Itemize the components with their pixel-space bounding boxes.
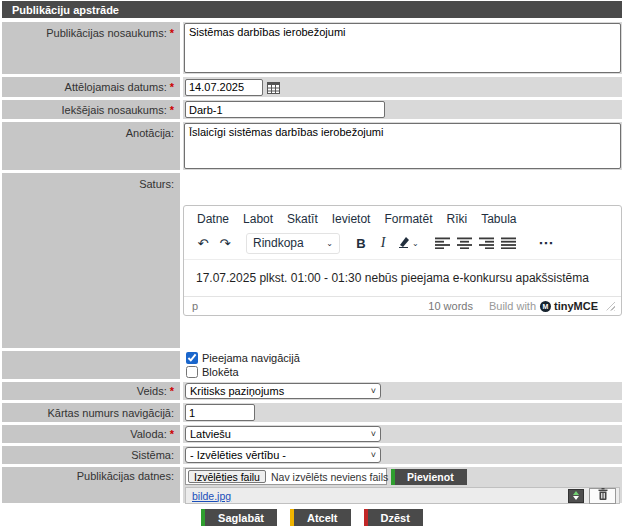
cancel-button[interactable]: Atcelt [290, 509, 351, 526]
gold-accent-stripe [290, 509, 294, 526]
align-right-icon[interactable] [477, 232, 497, 254]
publication-files-label: Publikācijas datnes: [2, 467, 180, 503]
internal-name-input[interactable] [185, 101, 385, 118]
required-marker: * [170, 81, 174, 93]
type-label: Veids: * [2, 382, 180, 400]
system-select-wrap: - Izvēlēties vērtību - ˅ [185, 447, 381, 463]
block-format-dropdown[interactable]: Rindkopa ⌄ [246, 233, 340, 254]
text-color-button[interactable]: ⌄ [395, 232, 421, 254]
row-publication-title: Publikācijas nosaukums: * Sistēmas darbī… [2, 22, 622, 74]
display-date-cell [183, 77, 622, 97]
editor-menu-view[interactable]: Skatīt [280, 209, 325, 229]
calendar-icon[interactable] [267, 81, 280, 94]
green-accent-stripe [201, 509, 205, 526]
editor-toolbar: ↶ ↷ Rindkopa ⌄ B I ⌄ [184, 230, 621, 259]
content-label: Saturs: [2, 173, 180, 348]
type-select[interactable]: Kritisks paziņojums [185, 383, 381, 399]
nav-number-input[interactable] [185, 404, 255, 421]
add-file-button[interactable]: Pievienot [391, 469, 467, 485]
row-internal-name: Iekšējais nosaukums: * [2, 100, 622, 119]
uploaded-file-row: bilde.jpg [185, 487, 620, 504]
editor-menu-tools[interactable]: Rīki [439, 209, 474, 229]
blocked-label: Blokēta [202, 366, 239, 378]
word-count[interactable]: 10 words [428, 300, 473, 312]
row-type: Veids: * Kritisks paziņojums ˅ [2, 382, 622, 400]
row-flags: Pieejama navigācijā Blokēta [2, 351, 622, 379]
align-justify-icon[interactable] [499, 232, 519, 254]
save-button[interactable]: Saglabāt [201, 509, 277, 526]
type-cell: Kritisks paziņojums ˅ [183, 382, 622, 400]
tinymce-logo-icon: M [540, 301, 551, 312]
required-marker: * [170, 385, 174, 397]
blocked-option: Blokēta [185, 366, 618, 378]
highlight-pen-icon [397, 235, 410, 251]
required-marker: * [170, 428, 174, 440]
language-select-wrap: Latviešu ˅ [185, 426, 381, 442]
align-left-icon[interactable] [433, 232, 453, 254]
action-button-bar: Saglabāt Atcelt Dzēst [0, 506, 624, 526]
align-center-icon[interactable] [455, 232, 475, 254]
publication-title-input[interactable]: Sistēmas darbības ierobežojumi [184, 23, 621, 73]
display-date-label: Attēlojamais datums: * [2, 77, 180, 97]
required-marker: * [170, 27, 174, 39]
italic-button[interactable]: I [373, 232, 393, 254]
page-title-bar: Publikāciju apstrāde [2, 1, 622, 18]
editor-menu-table[interactable]: Tabula [474, 209, 523, 229]
uploaded-file-link[interactable]: bilde.jpg [192, 490, 231, 502]
annotation-input[interactable]: Īslaicīgi sistēmas darbības ierobežojumi [184, 123, 621, 169]
green-accent-stripe [391, 469, 395, 485]
flags-cell: Pieejama navigācijā Blokēta [183, 351, 622, 379]
undo-icon[interactable]: ↶ [193, 232, 213, 254]
file-status-text: Nav izvēlēts neviens fails [271, 471, 388, 483]
editor-menu-edit[interactable]: Labot [236, 209, 280, 229]
file-upload-line: Izvēlēties failu Nav izvēlēts neviens fa… [185, 468, 620, 485]
row-language: Valoda: * Latviešu ˅ [2, 425, 622, 443]
file-input-box: Izvēlēties failu Nav izvēlēts neviens fa… [185, 468, 387, 485]
required-marker: * [170, 104, 174, 116]
row-publication-files: Publikācijas datnes: Izvēlēties failu Na… [2, 467, 622, 503]
resize-grip-icon[interactable] [606, 302, 615, 311]
annotation-label: Anotācija: [2, 122, 180, 170]
row-nav-number: Kārtas numurs navigācijā: [2, 403, 622, 422]
element-path[interactable]: p [192, 300, 198, 312]
nav-number-label: Kārtas numurs navigācijā: [2, 403, 180, 422]
delete-button[interactable]: Dzēst [364, 509, 423, 526]
language-cell: Latviešu ˅ [183, 425, 622, 443]
internal-name-label: Iekšējais nosaukums: * [2, 100, 180, 119]
editor-menu-format[interactable]: Formatēt [377, 209, 439, 229]
choose-file-button[interactable]: Izvēlēties failu [188, 470, 266, 483]
editor-menu-file[interactable]: Datne [190, 209, 236, 229]
system-label: Sistēma: [2, 446, 180, 464]
blocked-checkbox[interactable] [186, 366, 198, 378]
display-date-input[interactable] [185, 79, 263, 96]
available-in-nav-checkbox[interactable] [186, 352, 198, 364]
annotation-cell: Īslaicīgi sistēmas darbības ierobežojumi [183, 122, 622, 170]
internal-name-cell [183, 100, 622, 119]
page-title: Publikāciju apstrāde [12, 4, 119, 16]
row-system: Sistēma: - Izvēlēties vērtību - ˅ [2, 446, 622, 464]
chevron-down-icon: ⌄ [412, 239, 419, 248]
row-annotation: Anotācija: Īslaicīgi sistēmas darbības i… [2, 122, 622, 170]
editor-menu-insert[interactable]: Ievietot [325, 209, 378, 229]
available-in-nav-option: Pieejama navigācijā [185, 352, 618, 364]
available-in-nav-label: Pieejama navigācijā [202, 352, 300, 364]
system-cell: - Izvēlēties vērtību - ˅ [183, 446, 622, 464]
redo-icon[interactable]: ↷ [215, 232, 235, 254]
branding-prefix: Build with [489, 300, 536, 312]
form-body: Publikācijas nosaukums: * Sistēmas darbī… [2, 22, 622, 503]
block-format-value: Rindkopa [253, 236, 304, 250]
bold-button[interactable]: B [351, 232, 371, 254]
toolbar-more-button[interactable]: ⋯ [536, 232, 556, 254]
delete-file-button[interactable] [589, 488, 616, 504]
alignment-group [432, 232, 520, 254]
row-content: Saturs: Datne Labot Skatīt Ievietot Form… [2, 173, 622, 348]
rich-text-editor: Datne Labot Skatīt Ievietot Formatēt Rīk… [183, 205, 622, 316]
editor-content-area[interactable]: 17.07.2025 plkst. 01:00 - 01:30 nebūs pi… [184, 259, 621, 296]
editor-menubar: Datne Labot Skatīt Ievietot Formatēt Rīk… [184, 206, 621, 230]
arrow-up-icon [573, 491, 579, 495]
system-select[interactable]: - Izvēlēties vērtību - [185, 447, 381, 463]
tinymce-brand-link[interactable]: tinyMCE [554, 300, 598, 312]
publication-form-page: Publikāciju apstrāde Publikācijas nosauk… [0, 1, 624, 528]
language-select[interactable]: Latviešu [185, 426, 381, 442]
move-file-button[interactable] [568, 489, 584, 503]
